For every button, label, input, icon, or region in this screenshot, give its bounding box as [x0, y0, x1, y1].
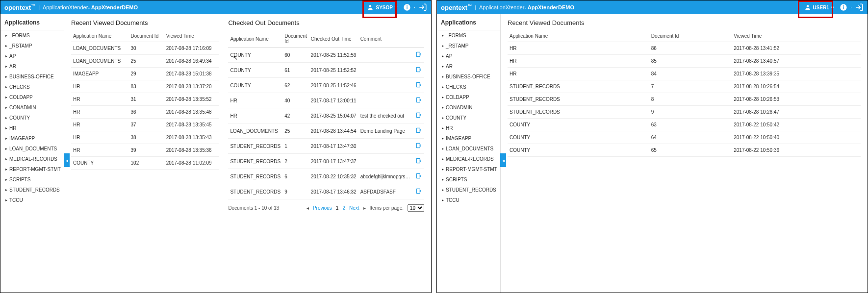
sidebar-item[interactable]: HR: [437, 123, 500, 133]
ipp-select[interactable]: 10: [408, 204, 424, 212]
sidebar-item[interactable]: CONADMIN: [437, 102, 500, 113]
checkin-action[interactable]: [413, 123, 424, 139]
help-icon[interactable]: i: [403, 3, 411, 11]
sidebar-item[interactable]: AR: [0, 61, 64, 72]
table-row[interactable]: LOAN_DOCUMENTS252017-08-28 13:44:54Demo …: [228, 123, 424, 139]
sidebar-item[interactable]: COLDAPP: [437, 92, 500, 102]
checkin-icon[interactable]: [415, 51, 422, 59]
sidebar-item[interactable]: REPORT-MGMT-STMT: [437, 164, 500, 174]
sidebar-item[interactable]: AP: [0, 51, 64, 61]
checkin-action[interactable]: [413, 184, 424, 199]
sidebar-item[interactable]: SCRIPTS: [0, 174, 64, 185]
checkin-action[interactable]: [413, 108, 424, 123]
checkin-icon[interactable]: [415, 127, 422, 135]
checkin-icon[interactable]: [415, 97, 422, 104]
pager-prev-icon[interactable]: ◂: [306, 205, 309, 211]
checkin-icon[interactable]: [415, 66, 422, 74]
column-header[interactable]: Document Id: [129, 30, 164, 42]
table-row[interactable]: LOAN_DOCUMENTS252017-08-28 16:49:34: [71, 55, 219, 68]
table-row[interactable]: HR852017-08-28 13:40:57: [508, 55, 861, 68]
table-row[interactable]: HR402017-08-17 13:00:11: [228, 93, 424, 108]
sidebar-item[interactable]: MEDICAL-RECORDS: [0, 154, 64, 164]
checkin-action[interactable]: [413, 139, 424, 154]
sidebar-item[interactable]: STUDENT_RECORDS: [437, 185, 500, 195]
sidebar-item[interactable]: AP: [437, 51, 500, 61]
sidebar-item[interactable]: HR: [0, 123, 64, 133]
checkin-action[interactable]: [413, 154, 424, 169]
checkin-icon[interactable]: [415, 172, 422, 180]
column-header[interactable]: [413, 30, 424, 48]
column-header[interactable]: Application Name: [71, 30, 129, 42]
checkin-icon[interactable]: [415, 188, 422, 195]
table-row[interactable]: HR392017-08-28 13:35:36: [71, 144, 219, 157]
checkin-icon[interactable]: [415, 112, 422, 120]
table-row[interactable]: COUNTY652017-08-22 10:50:36: [508, 144, 861, 157]
sidebar-item[interactable]: REPORT-MGMT-STMT: [0, 164, 64, 174]
checkin-action[interactable]: [413, 78, 424, 93]
logout-icon[interactable]: [855, 3, 864, 12]
checkin-action[interactable]: [413, 48, 424, 63]
checkin-action[interactable]: [413, 93, 424, 108]
sidebar-item[interactable]: TCCU: [437, 195, 500, 205]
sidebar-item[interactable]: STUDENT_RECORDS: [0, 185, 64, 195]
table-row[interactable]: COUNTY602017-08-25 11:52:59: [228, 48, 424, 63]
table-row[interactable]: STUDENT_RECORDS62017-08-22 10:35:32abcde…: [228, 169, 424, 184]
sidebar-item[interactable]: _RSTAMP: [0, 41, 64, 51]
table-row[interactable]: COUNTY642017-08-22 10:50:40: [508, 131, 861, 144]
sidebar-item[interactable]: LOAN_DOCUMENTS: [0, 144, 64, 154]
checkin-icon[interactable]: [415, 81, 422, 89]
table-row[interactable]: HR312017-08-28 13:35:52: [71, 93, 219, 106]
table-row[interactable]: STUDENT_RECORDS92017-08-28 10:26:47: [508, 106, 861, 119]
table-row[interactable]: COUNTY622017-08-25 11:52:46: [228, 78, 424, 93]
table-row[interactable]: COUNTY632017-08-22 10:50:42: [508, 119, 861, 131]
column-header[interactable]: Document Id: [282, 30, 309, 48]
pager-next[interactable]: Next: [349, 205, 359, 211]
sidebar-item[interactable]: COUNTY: [0, 113, 64, 123]
sidebar-item[interactable]: SCRIPTS: [437, 174, 500, 185]
logout-icon[interactable]: [418, 3, 427, 12]
table-row[interactable]: HR382017-08-28 13:35:43: [71, 131, 219, 144]
table-row[interactable]: HR832017-08-28 13:37:20: [71, 80, 219, 93]
table-row[interactable]: COUNTY612017-08-25 11:52:52: [228, 63, 424, 78]
pager-next-icon[interactable]: ▸: [363, 205, 366, 211]
table-row[interactable]: HR422017-08-25 15:04:07test the checked …: [228, 108, 424, 123]
checkin-action[interactable]: [413, 63, 424, 78]
sidebar-item[interactable]: TCCU: [0, 195, 64, 205]
table-row[interactable]: STUDENT_RECORDS92017-08-17 13:46:32ASFDA…: [228, 184, 424, 199]
column-header[interactable]: Viewed Time: [732, 30, 861, 42]
column-header[interactable]: Viewed Time: [164, 30, 220, 42]
collapse-sidebar-button[interactable]: ◂: [64, 153, 70, 167]
sidebar-item[interactable]: MEDICAL-RECORDS: [437, 154, 500, 164]
sidebar-item[interactable]: _FORMS: [437, 30, 500, 41]
checkin-icon[interactable]: [415, 142, 422, 150]
sidebar-item[interactable]: CHECKS: [0, 82, 64, 92]
checkin-action[interactable]: [413, 169, 424, 184]
table-row[interactable]: STUDENT_RECORDS72017-08-28 10:26:54: [508, 80, 861, 93]
sidebar-item[interactable]: AR: [437, 61, 500, 72]
checkin-icon[interactable]: [415, 157, 422, 165]
column-header[interactable]: Application Name: [508, 30, 649, 42]
sidebar-item[interactable]: BUSINESS-OFFICE: [437, 72, 500, 82]
column-header[interactable]: Document Id: [649, 30, 732, 42]
sidebar-item[interactable]: _RSTAMP: [437, 41, 500, 51]
table-row[interactable]: HR842017-08-28 13:39:35: [508, 68, 861, 80]
table-row[interactable]: HR362017-08-28 13:35:48: [71, 106, 219, 119]
sidebar-item[interactable]: COLDAPP: [0, 92, 64, 102]
sidebar-item[interactable]: _FORMS: [0, 30, 64, 41]
sidebar-item[interactable]: BUSINESS-OFFICE: [0, 72, 64, 82]
column-header[interactable]: Comment: [358, 30, 413, 48]
column-header[interactable]: Application Name: [228, 30, 282, 48]
pager-prev[interactable]: Previous: [313, 205, 332, 211]
table-row[interactable]: COUNTY1022017-08-28 11:02:09: [71, 157, 219, 170]
column-header[interactable]: Checked Out Time: [309, 30, 358, 48]
table-row[interactable]: STUDENT_RECORDS12017-08-17 13:47:30: [228, 139, 424, 154]
sidebar-item[interactable]: CHECKS: [437, 82, 500, 92]
table-row[interactable]: IMAGEAPP292017-08-28 15:01:38: [71, 68, 219, 80]
sidebar-item[interactable]: COUNTY: [437, 113, 500, 123]
sidebar-item[interactable]: IMAGEAPP: [437, 133, 500, 144]
table-row[interactable]: LOAN_DOCUMENTS302017-08-28 17:16:09: [71, 42, 219, 55]
pager-page-2[interactable]: 2: [342, 205, 345, 211]
sidebar-item[interactable]: CONADMIN: [0, 102, 64, 113]
sidebar-item[interactable]: LOAN_DOCUMENTS: [437, 144, 500, 154]
table-row[interactable]: STUDENT_RECORDS82017-08-28 10:26:53: [508, 93, 861, 106]
